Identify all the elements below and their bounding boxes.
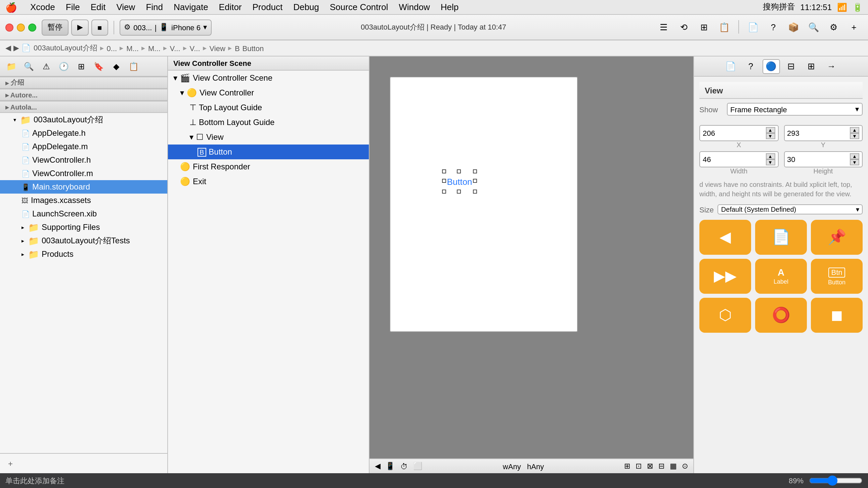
size-select[interactable]: Default (System Defined) ▾ [718,204,863,214]
sidebar-folder-icon[interactable]: 📁 [4,60,19,73]
util-btn-pin[interactable]: 📌 [811,220,863,255]
help-toggle[interactable]: ? [765,20,782,35]
outline-button[interactable]: B Button [168,145,369,159]
width-steppers[interactable]: ▲ ▼ [766,153,775,165]
menu-file[interactable]: File [66,2,80,12]
quick-help-btn[interactable]: ? [742,59,760,73]
x-down[interactable]: ▼ [766,133,775,139]
sidebar-item-viewcontroller-m[interactable]: 📄 ViewController.m [0,167,167,180]
menu-product[interactable]: Product [253,2,283,12]
outline-top-layout[interactable]: ⊤ Top Layout Guide [168,100,369,115]
canvas-left-icon[interactable]: ◀ [375,462,380,470]
x-steppers[interactable]: ▲ ▼ [766,127,775,139]
sidebar-item-products[interactable]: ▸ 📁 Products [0,247,167,261]
minimize-button[interactable] [17,23,25,31]
nav-path-item-3[interactable]: M... [148,44,161,52]
menu-source-control[interactable]: Source Control [330,2,388,12]
canvas-zoom-icon[interactable]: ⊙ [682,462,688,470]
sidebar-item-viewcontroller-h[interactable]: 📄 ViewController.h [0,153,167,167]
menu-debug[interactable]: Debug [293,2,319,12]
size-inspector-btn[interactable]: ⊞ [803,59,820,73]
x-up[interactable]: ▲ [766,127,775,133]
close-button[interactable] [5,23,13,31]
sidebar-item-supporting-files[interactable]: ▸ 📁 Supporting Files [0,220,167,234]
nav-path-item-5[interactable]: V... [190,44,200,52]
canvas-debug-icon[interactable]: ⬜ [413,462,423,470]
x-input[interactable]: 206 ▲ ▼ [700,125,778,141]
menu-editor[interactable]: Editor [219,2,242,12]
canvas-constraint-icon[interactable]: ⊡ [636,462,642,470]
util-btn-pages[interactable]: 📄 [755,220,807,255]
nav-path-item-0[interactable]: 003autoLayout介绍 [34,43,97,53]
y-down[interactable]: ▼ [850,133,859,139]
stop-button[interactable]: 暫停 [42,19,68,35]
assistant-editor[interactable]: ⊞ [695,20,713,35]
run-button[interactable]: ▶ [71,19,89,35]
height-up[interactable]: ▲ [850,153,859,159]
outline-view-controller-scene[interactable]: ▾ 🎬 View Controller Scene [168,70,369,85]
sidebar-item-main-storyboard[interactable]: 📱 Main.storyboard [0,180,167,193]
menu-navigate[interactable]: Navigate [174,2,208,12]
sidebar-item-appdelegate-h[interactable]: 📄 AppDelegate.h [0,126,167,140]
outline-view-controller[interactable]: ▾ 🟡 View Controller [168,85,369,100]
show-select[interactable]: Frame Rectangle ▾ [727,103,863,116]
sidebar-report-icon[interactable]: 📋 [126,60,141,73]
nav-path-item-1[interactable]: 0... [107,44,117,52]
utilities-toggle[interactable]: ⚙ [825,20,842,35]
menu-help[interactable]: Help [441,2,459,12]
util-btn-box[interactable]: ◼ [811,298,863,333]
insp-toggle[interactable]: 🔍 [805,20,822,35]
canvas-align-icon[interactable]: ⊟ [658,462,664,470]
file-inspector-toggle[interactable]: 📄 [744,20,762,35]
add-btn[interactable]: + [845,20,863,35]
menu-xcode[interactable]: Xcode [30,2,55,12]
sidebar-grid-icon[interactable]: ⊞ [74,60,89,73]
sidebar-item-images[interactable]: 🖼 Images.xcassets [0,193,167,207]
nav-path-item-2[interactable]: M... [126,44,139,52]
scheme-selector[interactable]: ⚙ 003... | 📱 iPhone 6 ▾ [119,19,212,35]
menu-view[interactable]: View [116,2,135,12]
y-up[interactable]: ▲ [850,127,859,133]
height-input[interactable]: 30 ▲ ▼ [784,151,863,167]
width-input[interactable]: 46 ▲ ▼ [700,151,778,167]
util-btn-circle[interactable]: ⭕ [755,298,807,333]
add-file-icon[interactable]: + [8,459,13,468]
nav-path-item-6[interactable]: View [210,44,225,52]
y-steppers[interactable]: ▲ ▼ [850,127,859,139]
navigator-toggle[interactable]: ☰ [655,20,673,35]
menu-window[interactable]: Window [399,2,430,12]
zoom-slider[interactable] [809,475,863,486]
outline-first-responder[interactable]: 🟡 First Responder [168,159,369,174]
outline-exit[interactable]: 🟡 Exit [168,174,369,189]
nav-path-btn-back[interactable]: ◀ [5,44,11,53]
outline-bottom-layout[interactable]: ⊥ Bottom Layout Guide [168,115,369,130]
nav-path-btn-forward[interactable]: ▶ [13,44,19,53]
connections-inspector-btn[interactable]: → [823,59,840,73]
width-up[interactable]: ▲ [766,153,775,159]
sidebar-item-launchscreen[interactable]: 📄 LaunchScreen.xib [0,207,167,220]
sidebar-search-icon[interactable]: 🔍 [22,60,36,73]
button-label-display[interactable]: Button [444,172,475,191]
sidebar-breakpoint-icon[interactable]: ◆ [109,60,124,73]
version-editor[interactable]: 📋 [715,20,733,35]
back-forward[interactable]: ⟲ [675,20,693,35]
sidebar-item-tests[interactable]: ▸ 📁 003autoLayout介绍Tests [0,234,167,247]
canvas-table-icon[interactable]: ▦ [670,462,677,470]
file-inspector-btn[interactable]: 📄 [722,59,739,73]
identity-inspector-btn[interactable]: 🔵 [762,59,780,73]
attributes-inspector-btn[interactable]: ⊟ [782,59,800,73]
sidebar-bookmark-icon[interactable]: 🔖 [91,60,106,73]
height-steppers[interactable]: ▲ ▼ [850,153,859,165]
canvas-fit-icon[interactable]: ⊠ [647,462,653,470]
canvas-grid-icon[interactable]: ⊞ [624,462,630,470]
outline-view[interactable]: ▾ ☐ View [168,130,369,145]
sidebar-item-appdelegate-m[interactable]: 📄 AppDelegate.m [0,140,167,153]
obj-library-toggle[interactable]: 📦 [785,20,802,35]
y-input[interactable]: 293 ▲ ▼ [784,125,863,141]
nav-path-item-7[interactable]: Button [243,44,264,52]
canvas-clock-icon[interactable]: ⏱ [400,462,408,470]
util-btn-play[interactable]: ▶▶ [700,259,751,294]
util-btn-cube[interactable]: ⬡ [700,298,751,333]
sidebar-history-icon[interactable]: 🕐 [56,60,71,73]
canvas-phone-icon[interactable]: 📱 [385,462,395,470]
